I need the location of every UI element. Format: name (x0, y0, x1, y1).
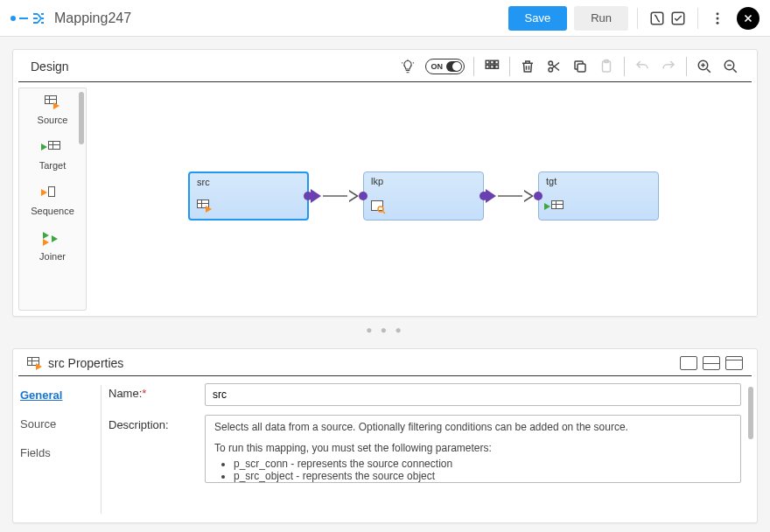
lightbulb-icon[interactable] (399, 58, 416, 75)
design-panel: Design ON (12, 49, 758, 317)
svg-point-3 (717, 17, 719, 19)
node-tgt[interactable]: tgt (538, 172, 659, 220)
trash-icon[interactable] (519, 58, 536, 75)
properties-panel: src Properties General Source Fields Nam… (12, 348, 758, 523)
palette-item-sequence[interactable]: Sequence (31, 186, 74, 216)
paste-icon (598, 58, 615, 75)
properties-form: Name:* Description: Selects all data fro… (108, 376, 757, 522)
mapping-canvas[interactable]: src lkp tgt (87, 82, 757, 316)
palette-item-joiner[interactable]: Joiner (39, 232, 66, 262)
svg-rect-10 (495, 66, 499, 69)
palette-scrollbar[interactable] (79, 92, 84, 144)
node-src[interactable]: src (188, 172, 309, 220)
svg-rect-9 (491, 66, 494, 69)
top-bar: Mapping247 Save Run (0, 0, 770, 37)
layout-topbar-icon[interactable] (725, 356, 743, 370)
svg-point-4 (717, 21, 719, 24)
svg-rect-5 (486, 60, 489, 64)
node-label: src (197, 177, 210, 187)
description-label: Description: (108, 415, 205, 431)
palette-label: Sequence (31, 206, 74, 216)
palette-label: Source (38, 115, 68, 125)
redo-icon (660, 58, 677, 75)
port-in[interactable] (534, 192, 542, 200)
desc-bullet: p_scr_conn - represents the source conne… (234, 458, 732, 470)
properties-tabs: General Source Fields (13, 376, 101, 522)
node-label: tgt (546, 176, 556, 186)
copy-icon[interactable] (571, 58, 589, 75)
palette-item-target[interactable]: Target (39, 141, 66, 171)
cut-icon[interactable] (545, 58, 563, 75)
tab-fields[interactable]: Fields (20, 446, 101, 459)
svg-rect-7 (495, 60, 499, 64)
design-header: Design ON (18, 50, 752, 82)
node-label: lkp (371, 176, 383, 186)
desc-bullet: p_src_object - represents the source obj… (234, 470, 732, 482)
desc-text: Selects all data from a source. Optional… (214, 421, 732, 433)
properties-scrollbar[interactable] (748, 387, 753, 439)
panel-resize-handle[interactable]: ● ● ● (0, 324, 770, 336)
edge[interactable] (498, 195, 522, 197)
tab-source[interactable]: Source (20, 417, 101, 430)
layout-single-icon[interactable] (680, 356, 697, 370)
check-icon[interactable] (668, 8, 689, 29)
on-toggle[interactable]: ON (425, 59, 466, 74)
layout-split-icon[interactable] (703, 356, 720, 370)
page-title: Mapping247 (54, 10, 131, 26)
run-button[interactable]: Run (574, 6, 628, 31)
edge[interactable] (323, 195, 347, 197)
palette-item-source[interactable]: Source (38, 95, 68, 125)
properties-title: src Properties (48, 356, 123, 370)
app-logo (10, 11, 46, 25)
close-icon[interactable] (737, 7, 760, 30)
palette-label: Joiner (39, 251, 66, 262)
validate-icon[interactable] (647, 8, 668, 29)
undo-icon (634, 58, 651, 75)
mapping-icon (32, 11, 46, 25)
grid-icon[interactable] (483, 58, 500, 75)
toggle-label: ON (431, 62, 444, 71)
svg-point-18 (378, 206, 383, 212)
zoom-in-icon[interactable] (696, 58, 713, 75)
more-menu-icon[interactable] (707, 8, 728, 29)
save-button[interactable]: Save (508, 6, 568, 31)
tab-general[interactable]: General (20, 388, 101, 402)
description-input[interactable]: Selects all data from a source. Optional… (205, 415, 741, 483)
palette-label: Target (39, 160, 66, 171)
svg-rect-13 (578, 64, 585, 72)
port-in[interactable] (359, 192, 368, 200)
name-label: Name:* (108, 383, 205, 400)
svg-rect-6 (491, 60, 494, 64)
node-lkp[interactable]: lkp (363, 172, 484, 220)
svg-point-2 (717, 12, 719, 15)
name-input[interactable] (205, 383, 741, 406)
svg-rect-8 (486, 66, 489, 69)
palette: Source Target Sequence Joiner (18, 88, 87, 311)
properties-header: src Properties (18, 349, 752, 376)
desc-text: To run this mapping, you must set the fo… (214, 442, 732, 454)
zoom-out-icon[interactable] (722, 58, 739, 75)
design-label: Design (31, 60, 69, 74)
